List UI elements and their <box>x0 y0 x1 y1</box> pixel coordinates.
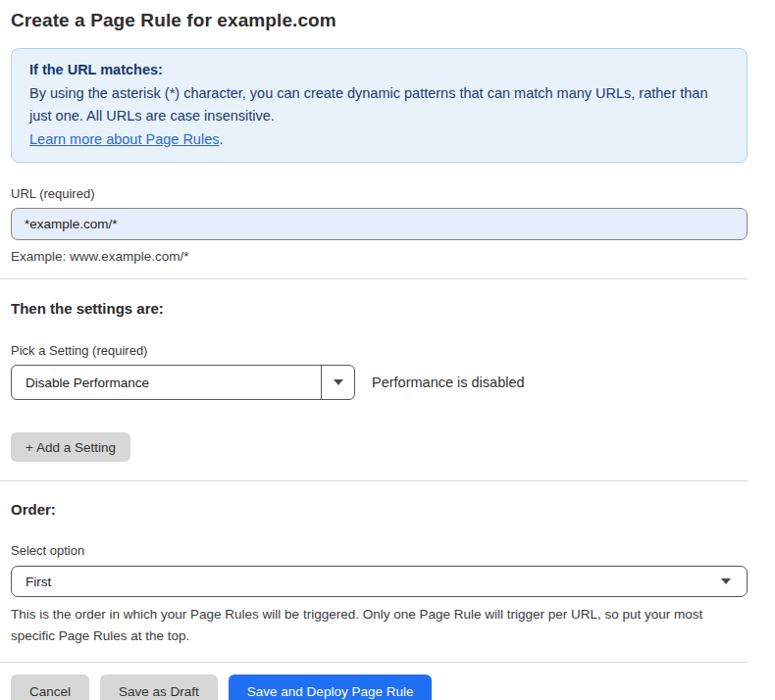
add-setting-button[interactable]: + Add a Setting <box>11 432 130 462</box>
save-and-deploy-button[interactable]: Save and Deploy Page Rule <box>229 675 433 700</box>
url-input[interactable] <box>11 208 748 240</box>
learn-more-link[interactable]: Learn more about Page Rules <box>29 131 219 147</box>
order-select-value: First <box>12 575 721 589</box>
info-panel-heading: If the URL matches: <box>29 59 729 82</box>
url-field-label: URL (required) <box>11 186 775 201</box>
settings-section-heading: Then the settings are: <box>11 300 775 317</box>
order-select-label: Select option <box>11 543 775 558</box>
order-help-text: This is the order in which your Page Rul… <box>11 604 739 647</box>
info-panel-link-line: Learn more about Page Rules. <box>29 128 729 152</box>
chevron-down-icon <box>334 379 343 385</box>
link-suffix: . <box>219 131 223 147</box>
setting-picker-row: Disable Performance Performance is disab… <box>11 365 775 400</box>
divider <box>0 480 748 481</box>
page-title: Create a Page Rule for example.com <box>11 10 775 31</box>
divider <box>0 278 748 279</box>
pick-setting-label: Pick a Setting (required) <box>11 343 775 358</box>
chevron-down-icon <box>721 578 731 584</box>
setting-status-text: Performance is disabled <box>372 375 525 390</box>
create-page-rule-form: Create a Page Rule for example.com If th… <box>0 10 775 700</box>
footer-actions: Cancel Save as Draft Save and Deploy Pag… <box>11 675 775 700</box>
url-example-text: Example: www.example.com/* <box>11 249 775 264</box>
cancel-button[interactable]: Cancel <box>11 675 89 700</box>
order-section-heading: Order: <box>11 501 775 518</box>
setting-select-value: Disable Performance <box>12 366 321 399</box>
info-panel-body: By using the asterisk (*) character, you… <box>29 82 729 128</box>
setting-select-arrow-button[interactable] <box>321 366 354 399</box>
url-match-info-panel: If the URL matches: By using the asteris… <box>11 48 748 163</box>
divider <box>0 662 748 663</box>
save-as-draft-button[interactable]: Save as Draft <box>100 675 218 700</box>
setting-select[interactable]: Disable Performance <box>11 365 355 400</box>
order-select[interactable]: First <box>11 566 748 597</box>
